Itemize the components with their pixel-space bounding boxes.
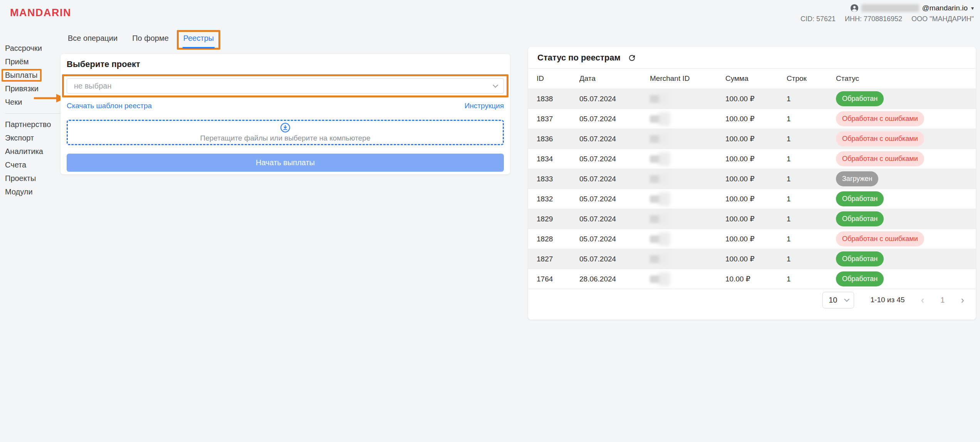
- cell-amount: 100.00 ₽: [725, 154, 787, 163]
- table-row: 182905.07.2024100.00 ₽1Обработан: [528, 209, 976, 229]
- cell-status: Обработан с ошибками: [836, 131, 976, 146]
- instruction-link[interactable]: Инструкция: [465, 102, 504, 110]
- cell-id: 1833: [537, 175, 579, 183]
- table-row: 183405.07.2024100.00 ₽1Обработан с ошибк…: [528, 149, 976, 169]
- links-row: Скачать шаблон реестра Инструкция: [67, 102, 504, 110]
- sidebar-item-модули[interactable]: Модули: [5, 185, 33, 199]
- sidebar-item-экспорт[interactable]: Экспорт: [5, 131, 34, 145]
- cell-amount: 100.00 ₽: [725, 234, 787, 243]
- cell-date: 05.07.2024: [579, 95, 650, 103]
- email-domain: @mandarin.io: [922, 4, 968, 12]
- cell-id: 1834: [537, 155, 579, 163]
- sidebar-item-чеки[interactable]: Чеки: [5, 95, 22, 109]
- cell-status: Обработан с ошибками: [836, 151, 976, 166]
- cell-amount: 100.00 ₽: [725, 114, 787, 123]
- dropzone-text: Перетащите файлы или выберите на компьют…: [200, 134, 371, 142]
- cell-merchant-id-redacted: [650, 192, 725, 206]
- cell-merchant-id-redacted: [650, 172, 725, 186]
- cell-merchant-id-redacted: [650, 252, 725, 266]
- email-redacted: [861, 4, 919, 12]
- redacted-block: [659, 272, 670, 286]
- cid-label: CID: 57621: [800, 15, 836, 23]
- sidebar-item-партнерство[interactable]: Партнерство: [5, 118, 51, 131]
- status-badge: Обработан с ошибками: [836, 111, 924, 126]
- cell-amount: 100.00 ₽: [725, 94, 787, 103]
- status-badge: Обработан с ошибками: [836, 231, 924, 246]
- cell-amount: 100.00 ₽: [725, 194, 787, 203]
- redacted-block: [659, 132, 670, 146]
- sidebar-item-рассрочки[interactable]: Рассрочки: [5, 42, 42, 55]
- next-page-button[interactable]: ›: [961, 295, 964, 305]
- cell-id: 1836: [537, 135, 579, 143]
- status-badge: Загружен: [836, 171, 878, 186]
- cell-lines: 1: [787, 195, 836, 203]
- refresh-icon[interactable]: [628, 54, 636, 62]
- sidebar-item-выплаты[interactable]: Выплаты: [5, 69, 37, 82]
- status-badge: Обработан: [836, 271, 884, 286]
- cell-status: Обработан с ошибками: [836, 111, 976, 126]
- cell-merchant-id-redacted: [650, 152, 725, 166]
- cell-date: 05.07.2024: [579, 135, 650, 143]
- brand-logo[interactable]: MANDARIN: [10, 7, 71, 19]
- table-row: 183205.07.2024100.00 ₽1Обработан: [528, 189, 976, 209]
- current-page[interactable]: 1: [940, 296, 945, 305]
- status-badge: Обработан: [836, 91, 884, 106]
- sidebar-item-приём[interactable]: Приём: [5, 55, 29, 69]
- prev-page-button[interactable]: ‹: [921, 295, 925, 305]
- user-block: @mandarin.io ▾ CID: 57621 ИНН: 770881695…: [800, 4, 974, 23]
- table-row: 183805.07.2024100.00 ₽1Обработан: [528, 89, 976, 109]
- sidebar-item-счета[interactable]: Счета: [5, 158, 26, 172]
- table-header: IDДатаMerchant IDСуммаСтрокСтатус: [528, 68, 976, 89]
- cell-status: Обработан: [836, 211, 976, 226]
- card-title: Выберите проект: [67, 59, 504, 69]
- cell-status: Обработан: [836, 251, 976, 266]
- cell-id: 1838: [537, 95, 579, 103]
- cell-amount: 100.00 ₽: [725, 174, 787, 183]
- redacted-block: [659, 152, 670, 166]
- column-header: ID: [537, 74, 579, 83]
- account-circle-icon: [850, 4, 859, 12]
- redacted-block: [659, 232, 670, 246]
- redacted-block: [659, 212, 670, 226]
- start-payouts-button[interactable]: Начать выплаты: [67, 154, 504, 172]
- account-menu[interactable]: @mandarin.io ▾: [850, 4, 974, 12]
- sidebar-item-проекты[interactable]: Проекты: [5, 172, 36, 185]
- registry-table-body: 183805.07.2024100.00 ₽1Обработан183705.0…: [528, 89, 976, 289]
- cell-status: Обработан: [836, 271, 976, 286]
- cell-lines: 1: [787, 175, 836, 183]
- sidebar-divider: [5, 113, 62, 114]
- inn-label: ИНН: 7708816952: [845, 15, 902, 23]
- column-header: Сумма: [725, 74, 787, 83]
- status-badge: Обработан: [836, 191, 884, 206]
- status-badge: Обработан: [836, 211, 884, 226]
- cell-amount: 100.00 ₽: [725, 214, 787, 223]
- cell-merchant-id-redacted: [650, 112, 725, 126]
- file-dropzone[interactable]: Перетащите файлы или выберите на компьют…: [67, 120, 504, 145]
- cell-id: 1829: [537, 215, 579, 223]
- sidebar-item-аналитика[interactable]: Аналитика: [5, 145, 43, 158]
- column-header: Merchant ID: [650, 74, 725, 83]
- tab-реестры[interactable]: Реестры: [183, 34, 214, 49]
- table-row: 183305.07.2024100.00 ₽1Загружен: [528, 169, 976, 189]
- cell-lines: 1: [787, 255, 836, 263]
- project-select[interactable]: не выбран: [67, 78, 504, 94]
- status-panel: Статус по реестрам IDДатаMerchant IDСумм…: [528, 47, 976, 320]
- download-template-link[interactable]: Скачать шаблон реестра: [67, 102, 152, 110]
- redacted-block: [659, 92, 670, 106]
- cell-lines: 1: [787, 235, 836, 243]
- cell-id: 1828: [537, 235, 579, 243]
- cell-id: 1832: [537, 195, 579, 203]
- tab-все операции[interactable]: Все операции: [68, 34, 117, 49]
- tab-по форме[interactable]: По форме: [132, 34, 169, 49]
- cell-date: 28.06.2024: [579, 275, 650, 283]
- cell-lines: 1: [787, 95, 836, 103]
- cell-status: Обработан: [836, 191, 976, 206]
- cell-merchant-id-redacted: [650, 132, 725, 146]
- annotation-select-highlight: не выбран: [62, 74, 508, 97]
- upload-file-icon: [280, 122, 290, 133]
- cell-date: 05.07.2024: [579, 175, 650, 183]
- table-row: 182705.07.2024100.00 ₽1Обработан: [528, 249, 976, 269]
- page-size-select[interactable]: 10: [822, 292, 854, 308]
- cell-id: 1827: [537, 255, 579, 263]
- page-size-value: 10: [829, 296, 837, 305]
